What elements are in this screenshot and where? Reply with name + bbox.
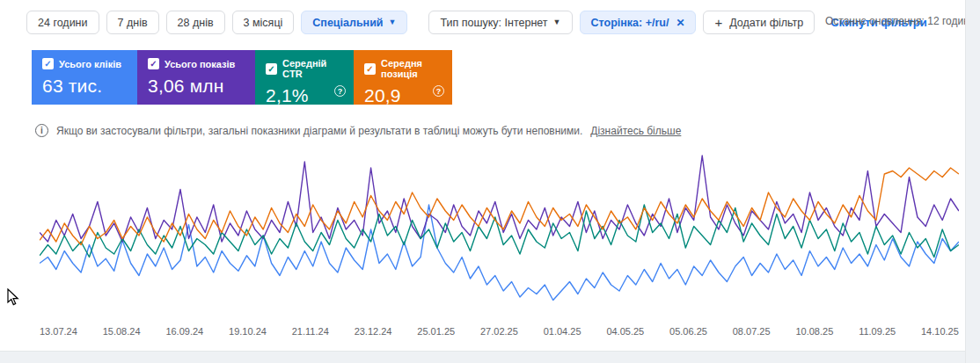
- range-7d-button[interactable]: 7 днів: [106, 11, 159, 34]
- custom-range-label: Спеціальний: [312, 17, 383, 29]
- notice-text: Якщо ви застосували фільтри, загальні по…: [56, 125, 582, 137]
- info-icon: i: [35, 124, 48, 137]
- card-average-position[interactable]: ✓ Середня позиція 20,9 ?: [354, 50, 452, 105]
- card-label: Усього показів: [165, 59, 235, 69]
- learn-more-link[interactable]: Дізнайтесь більше: [590, 125, 681, 137]
- x-axis-label: 21.11.24: [292, 326, 329, 337]
- add-filter-button[interactable]: + Додати фільтр: [703, 11, 815, 34]
- mouse-cursor: [7, 288, 19, 309]
- search-type-label: Тип пошуку: Інтернет: [440, 17, 547, 29]
- x-axis-label: 23.12.24: [355, 326, 392, 337]
- chart-area: 13.07.2415.08.2416.09.2419.10.2421.11.24…: [40, 151, 959, 337]
- range-28d-button[interactable]: 28 днів: [166, 11, 225, 34]
- search-console-performance-page: 24 години 7 днів 28 днів 3 місяці Спеціа…: [0, 0, 980, 363]
- help-icon[interactable]: ?: [433, 85, 444, 97]
- card-value: 20,9: [364, 85, 442, 106]
- page-filter-chip[interactable]: Сторінка: +/ru/ ✕: [580, 11, 697, 34]
- search-type-dropdown[interactable]: Тип пошуку: Інтернет ▼: [428, 11, 572, 34]
- card-average-ctr[interactable]: ✓ Середній CTR 2,1% ?: [255, 50, 354, 105]
- x-axis-label: 25.01.25: [417, 326, 455, 337]
- x-axis-label: 13.07.24: [40, 326, 77, 337]
- page-bottom-gutter: [0, 351, 980, 363]
- card-total-impressions[interactable]: ✓ Усього показів 3,06 млн: [137, 50, 255, 105]
- card-value: 3,06 млн: [148, 76, 245, 97]
- card-label: Середня позиція: [381, 58, 442, 79]
- page-filter-label: Сторінка: +/ru/: [591, 17, 669, 29]
- close-icon[interactable]: ✕: [676, 17, 684, 29]
- card-label: Середній CTR: [282, 58, 343, 79]
- x-axis-label: 01.04.25: [544, 326, 581, 337]
- page-right-gutter: [965, 0, 980, 363]
- x-axis-label: 10.08.25: [795, 326, 833, 337]
- performance-chart[interactable]: [40, 151, 959, 314]
- x-axis-label: 11.09.25: [859, 326, 896, 337]
- card-total-clicks[interactable]: ✓ Усього кліків 63 тис.: [32, 50, 137, 105]
- checkbox-checked-icon[interactable]: ✓: [364, 63, 376, 75]
- metric-cards: ✓ Усього кліків 63 тис. ✓ Усього показів…: [32, 50, 980, 105]
- x-axis-label: 04.05.25: [606, 326, 644, 337]
- checkbox-checked-icon[interactable]: ✓: [42, 58, 54, 69]
- custom-range-button[interactable]: Спеціальний ▼: [301, 11, 407, 34]
- checkbox-checked-icon[interactable]: ✓: [148, 58, 159, 69]
- last-update-text: Останнє оновлення: 12 годин тому: [825, 15, 966, 27]
- help-icon[interactable]: ?: [334, 85, 346, 97]
- x-axis-label: 08.07.25: [733, 326, 771, 337]
- x-axis-label: 14.10.25: [921, 326, 959, 337]
- x-axis-label: 16.09.24: [165, 326, 203, 337]
- card-label: Усього кліків: [59, 59, 121, 69]
- x-axis-label: 27.02.25: [480, 326, 518, 337]
- checkbox-checked-icon[interactable]: ✓: [266, 63, 277, 75]
- filter-notice: i Якщо ви застосували фільтри, загальні …: [35, 124, 980, 137]
- chevron-down-icon: ▼: [389, 18, 397, 26]
- chevron-down-icon: ▼: [553, 18, 561, 26]
- card-value: 2,1%: [266, 85, 343, 106]
- card-value: 63 тис.: [42, 76, 127, 97]
- x-axis-label: 19.10.24: [229, 326, 267, 337]
- x-axis-label: 15.08.24: [103, 326, 141, 337]
- x-axis: 13.07.2415.08.2416.09.2419.10.2421.11.24…: [40, 326, 959, 337]
- add-filter-label: Додати фільтр: [729, 17, 803, 29]
- range-3m-button[interactable]: 3 місяці: [232, 11, 295, 34]
- chart-line-2: [40, 156, 959, 242]
- plus-icon: +: [714, 16, 722, 29]
- x-axis-label: 05.06.25: [669, 326, 707, 337]
- range-24h-button[interactable]: 24 години: [26, 11, 99, 34]
